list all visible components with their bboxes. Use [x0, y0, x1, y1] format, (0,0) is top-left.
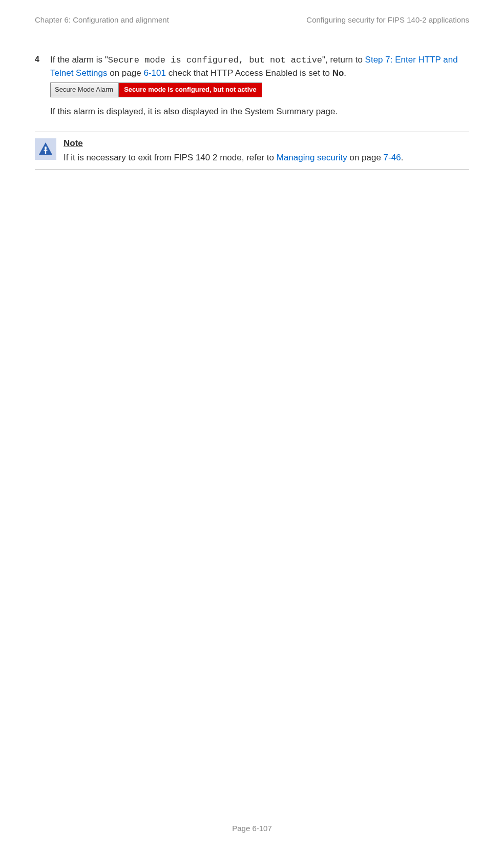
alarm-quote: Secure mode is configured, but not activ…	[108, 55, 322, 65]
note-icon-wrap	[35, 137, 64, 160]
step-text-end: .	[344, 68, 346, 78]
step-text-prefix: If the alarm is "	[50, 55, 108, 65]
svg-rect-3	[44, 150, 48, 151]
note-body-prefix: If it is necessary to exit from FIPS 140…	[64, 153, 277, 162]
link-managing-security[interactable]: Managing security	[277, 153, 347, 162]
bold-no: No	[332, 68, 344, 78]
note-text: Note If it is necessary to exit from FIP…	[64, 137, 469, 164]
svg-rect-1	[45, 147, 47, 150]
note-block: Note If it is necessary to exit from FIP…	[35, 132, 469, 170]
step-text-mid2: on page	[108, 68, 144, 78]
link-page-6-101[interactable]: 6-101	[143, 68, 165, 78]
step-text-mid3: check that HTTP Access Enabled is set to	[166, 68, 332, 78]
header-right: Configuring security for FIPS 140-2 appl…	[306, 15, 469, 24]
running-header: Chapter 6: Configuration and alignment C…	[35, 15, 469, 24]
link-page-7-46[interactable]: 7-46	[384, 153, 401, 162]
alarm-box: Secure Mode Alarm Secure mode is configu…	[50, 82, 262, 97]
alarm-box-value: Secure mode is configured, but not activ…	[119, 83, 262, 97]
note-icon	[35, 138, 56, 160]
after-alarm-text: If this alarm is displayed, it is also d…	[50, 106, 469, 118]
note-title: Note	[64, 137, 83, 150]
svg-rect-2	[45, 150, 46, 154]
page-container: Chapter 6: Configuration and alignment C…	[0, 0, 504, 850]
page-number: Page 6-107	[232, 824, 272, 833]
step-4: 4 If the alarm is "Secure mode is config…	[35, 54, 469, 118]
note-body-mid: on page	[347, 153, 384, 162]
step-text-mid1: ", return to	[322, 55, 365, 65]
page-footer: Page 6-107	[0, 824, 504, 833]
step-body: If the alarm is "Secure mode is configur…	[50, 54, 469, 118]
header-left: Chapter 6: Configuration and alignment	[35, 15, 169, 24]
note-body-end: .	[401, 153, 404, 162]
alarm-box-label: Secure Mode Alarm	[51, 83, 119, 97]
step-number: 4	[35, 54, 50, 64]
